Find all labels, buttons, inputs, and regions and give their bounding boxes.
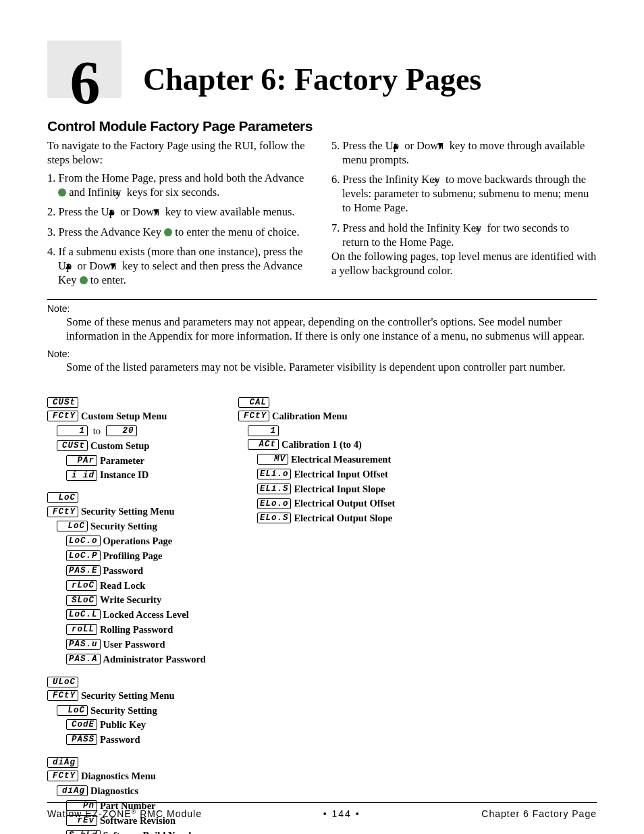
menu-label: Read Lock <box>100 580 145 591</box>
menu-label: Security Setting <box>90 521 157 531</box>
display-code: LoC <box>57 521 88 531</box>
display-code: PAr <box>66 455 97 466</box>
display-code: FCtY <box>47 506 78 517</box>
display-code: LoC.P <box>66 550 101 561</box>
menu-label: Electrical Measurement <box>291 454 391 465</box>
display-code: CUSt <box>57 440 88 451</box>
menu-label: Electrical Output Slope <box>294 513 392 523</box>
menu-row: ELi.oElectrical Input Offset <box>238 466 395 481</box>
menu-label: Password <box>100 734 140 745</box>
display-code: FCtY <box>47 690 78 701</box>
display-code: CodE <box>66 719 97 730</box>
menu-column: CALFCtYCalibration Menu1ACtCalibration 1… <box>238 394 395 834</box>
step-4: If a submenu exists (more than one insta… <box>47 244 313 287</box>
menu-row: diAg <box>47 754 206 768</box>
menu-block: CALFCtYCalibration Menu1ACtCalibration 1… <box>238 394 395 525</box>
menu-label: Profiling Page <box>103 550 163 561</box>
menu-row: 1 <box>238 423 395 436</box>
display-code: diAg <box>47 757 78 768</box>
menu-listing: CUStFCtYCustom Setup Menu1 to 20CUStCust… <box>47 394 597 834</box>
menu-label: Administrator Password <box>103 654 206 664</box>
display-code: ELi.S <box>257 484 292 494</box>
menu-row: FCtYCustom Setup Menu <box>47 409 206 423</box>
display-code: MV <box>257 454 288 465</box>
footer-page-number: • 144 • <box>323 808 360 819</box>
menu-block: diAgFCtYDiagnostics MenudiAgDiagnosticsP… <box>47 754 206 834</box>
menu-label: Security Setting <box>90 705 157 716</box>
section-heading: Control Module Factory Page Parameters <box>47 118 597 134</box>
display-code: PAS.A <box>66 654 101 664</box>
display-code: CUSt <box>47 397 78 408</box>
display-code: FCtY <box>238 411 269 421</box>
chapter-title: Chapter 6: Factory Pages <box>143 64 481 95</box>
intro-text: To navigate to the Factory Page using th… <box>47 138 313 167</box>
menu-row: PAS.EPassword <box>47 563 206 577</box>
menu-label: Security Setting Menu <box>81 506 175 517</box>
chapter-number: 6 <box>70 59 99 107</box>
menu-row: PArParameter <box>47 452 206 467</box>
display-code: FCtY <box>47 771 78 781</box>
display-code: LoC <box>57 705 88 716</box>
menu-label: Custom Setup <box>90 440 149 451</box>
footer-left: Watlow EZ-ZONE® RMC Module <box>47 808 202 819</box>
display-code: CAL <box>238 397 269 408</box>
menu-label: Custom Setup Menu <box>81 411 167 421</box>
display-code: ELo.o <box>257 498 292 509</box>
menu-row: LoC.oOperations Page <box>47 533 206 548</box>
menu-label: Rolling Password <box>100 624 173 635</box>
step-1: From the Home Page, press and hold both … <box>47 171 313 199</box>
menu-label: Diagnostics <box>90 785 138 796</box>
display-code: FCtY <box>47 411 78 421</box>
menu-label: Locked Access Level <box>103 609 189 620</box>
display-code: 1 <box>248 425 279 436</box>
page-footer: Watlow EZ-ZONE® RMC Module • 144 • Chapt… <box>47 802 597 819</box>
note-label: Note: <box>47 348 70 359</box>
advance-icon <box>164 228 172 236</box>
chapter-header: 6 Chapter 6: Factory Pages <box>47 41 597 98</box>
menu-row: LoC <box>47 490 206 504</box>
advance-icon <box>80 276 88 284</box>
step-3: Press the Advance Key to enter the menu … <box>47 225 313 239</box>
display-code: LoC <box>47 492 78 503</box>
menu-label: User Password <box>103 639 165 650</box>
menu-row: rLoCRead Lock <box>47 577 206 592</box>
note-text: Some of the listed parameters may not be… <box>66 360 597 374</box>
display-code: PAS.E <box>66 565 101 576</box>
instructions-columns: To navigate to the Factory Page using th… <box>47 138 597 290</box>
separator <box>47 299 597 300</box>
menu-label: Public Key <box>100 719 146 730</box>
display-code: 20 <box>106 425 137 436</box>
display-code: SLoC <box>66 595 97 606</box>
menu-label: Electrical Output Offset <box>294 498 395 509</box>
menu-row: SLoCWrite Security <box>47 592 206 607</box>
menu-row: ULoC <box>47 674 206 687</box>
menu-row: LoC.LLocked Access Level <box>47 607 206 622</box>
outro-text: On the following pages, top level menus … <box>331 249 597 278</box>
display-code: ELi.o <box>257 469 292 479</box>
menu-row: ACtCalibration 1 (to 4) <box>238 437 395 452</box>
menu-label: Password <box>103 565 144 576</box>
display-code: LoC.L <box>66 609 101 620</box>
menu-row: S.bLdSoftware Build Number <box>47 827 206 834</box>
advance-icon <box>58 188 66 197</box>
display-code: roLL <box>66 624 97 635</box>
menu-row: ELi.SElectrical Input Slope <box>238 481 395 496</box>
display-code: 1 <box>57 425 88 436</box>
menu-label: Calibration Menu <box>272 411 348 421</box>
menu-row: CAL <box>238 394 395 408</box>
note-text: Some of these menus and parameters may n… <box>66 315 597 344</box>
menu-label: Software Build Number <box>103 830 203 835</box>
menu-column: CUStFCtYCustom Setup Menu1 to 20CUStCust… <box>47 394 206 834</box>
menu-row: MVElectrical Measurement <box>238 452 395 467</box>
menu-label: Calibration 1 (to 4) <box>281 439 362 450</box>
menu-row: CodEPublic Key <box>47 717 206 732</box>
menu-row: PAS.AAdministrator Password <box>47 651 206 666</box>
display-code: diAg <box>57 785 88 796</box>
menu-label: Instance ID <box>100 469 149 480</box>
menu-label: Operations Page <box>103 536 173 546</box>
menu-row: CUStCustom Setup <box>47 438 206 452</box>
menu-row: ELo.oElectrical Output Offset <box>238 496 395 511</box>
menu-row: i idInstance ID <box>47 467 206 482</box>
menu-label: Electrical Input Offset <box>294 469 387 479</box>
note-label: Note: <box>47 303 70 314</box>
